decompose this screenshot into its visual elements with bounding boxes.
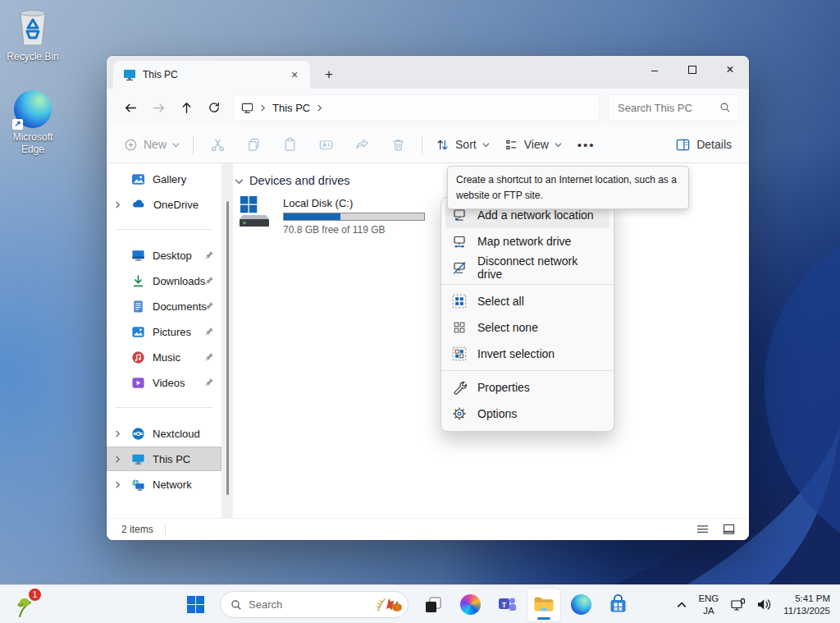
- copy-button[interactable]: [235, 131, 272, 158]
- sidebar-item-videos[interactable]: Videos: [107, 370, 221, 395]
- taskbar-tray-app[interactable]: 1: [11, 592, 38, 618]
- file-explorer-button[interactable]: [527, 589, 560, 621]
- back-button[interactable]: [116, 94, 144, 121]
- menu-item-select-none[interactable]: Select none: [445, 314, 609, 341]
- rename-icon: [318, 137, 334, 153]
- menu-item-invert-selection[interactable]: Invert selection: [445, 341, 609, 367]
- tab-this-pc[interactable]: This PC ×: [113, 61, 310, 89]
- teams-button[interactable]: T: [491, 589, 523, 621]
- new-tab-button[interactable]: +: [318, 64, 340, 85]
- large-icons-view-toggle[interactable]: [719, 521, 737, 538]
- menu-item-label: Properties: [477, 381, 530, 394]
- sidebar-item-nextcloud[interactable]: Nextcloud: [107, 421, 221, 446]
- menu-item-map-network-drive[interactable]: Map network drive: [445, 228, 609, 254]
- sidebar-item-desktop[interactable]: Desktop: [107, 243, 221, 268]
- details-button-label: Details: [696, 138, 732, 151]
- sidebar-item-onedrive[interactable]: OneDrive: [107, 192, 221, 217]
- maximize-button[interactable]: [673, 56, 711, 84]
- desktop-icon-label: Microsoft Edge: [0, 131, 66, 156]
- chevron-right-icon[interactable]: [114, 453, 121, 465]
- sidebar-item-pictures[interactable]: Pictures: [107, 319, 221, 344]
- chevron-right-icon[interactable]: [114, 199, 121, 211]
- chevron-down-icon: [172, 141, 180, 149]
- network-map-icon: [452, 234, 467, 249]
- sidebar-separator: [115, 229, 213, 230]
- breadcrumb[interactable]: This PC: [233, 94, 600, 121]
- view-button[interactable]: View: [497, 131, 569, 158]
- chevron-down-icon[interactable]: [235, 174, 244, 187]
- up-arrow-icon: [180, 101, 194, 115]
- teams-icon: T: [497, 594, 518, 615]
- notification-badge: 1: [29, 589, 41, 601]
- speaker-volume-icon: [756, 598, 772, 612]
- file-explorer-window: This PC × + – ×: [107, 56, 749, 540]
- chevron-up-icon: [677, 602, 687, 608]
- close-button[interactable]: ×: [711, 56, 749, 84]
- menu-separator: [441, 284, 614, 285]
- new-button[interactable]: New: [116, 131, 187, 158]
- copilot-button[interactable]: [454, 589, 486, 621]
- clock-time: 5:41 PM: [783, 593, 830, 605]
- cut-button[interactable]: [199, 131, 235, 158]
- breadcrumb-item-this-pc[interactable]: This PC: [272, 102, 310, 114]
- sidebar-separator: [115, 407, 213, 408]
- task-view-button[interactable]: [417, 589, 450, 621]
- forward-button[interactable]: [144, 94, 172, 121]
- sidebar-item-network[interactable]: Network: [107, 472, 221, 497]
- chevron-right-icon[interactable]: [114, 428, 121, 440]
- sort-button-label: Sort: [455, 138, 477, 151]
- drive-free-space: 70.8 GB free of 119 GB: [283, 224, 425, 236]
- sidebar-item-label: Nextcloud: [153, 428, 200, 440]
- rename-button[interactable]: [308, 131, 344, 158]
- taskbar-clock[interactable]: 5:41 PM 11/13/2025: [778, 591, 835, 619]
- sidebar-item-label: Music: [153, 351, 180, 364]
- chevron-right-icon[interactable]: [114, 479, 121, 491]
- up-button[interactable]: [172, 94, 200, 121]
- explorer-search[interactable]: [608, 94, 739, 121]
- desktop-icon-microsoft-edge[interactable]: ↗ Microsoft Edge: [0, 90, 66, 156]
- gear-icon: [452, 406, 467, 421]
- menu-item-properties[interactable]: Properties: [445, 374, 609, 401]
- explorer-search-input[interactable]: [618, 102, 719, 114]
- share-button[interactable]: [344, 131, 380, 158]
- delete-button[interactable]: [380, 131, 416, 158]
- menu-item-disconnect-network-drive[interactable]: Disconnect network drive: [445, 254, 609, 281]
- desktop-icon-recycle-bin[interactable]: Recycle Bin: [0, 7, 66, 63]
- sort-button[interactable]: Sort: [428, 131, 497, 158]
- menu-separator: [441, 370, 614, 371]
- network-tray-button[interactable]: [727, 590, 750, 620]
- details-button[interactable]: Details: [668, 131, 739, 158]
- see-more-button[interactable]: •••: [569, 138, 604, 152]
- sidebar-item-documents[interactable]: Documents: [107, 294, 221, 318]
- nextcloud-icon: [131, 427, 145, 441]
- store-button[interactable]: [601, 589, 634, 621]
- taskbar-search[interactable]: [220, 591, 409, 618]
- sidebar-scrollbar[interactable]: [221, 163, 233, 518]
- sidebar-item-music[interactable]: Music: [107, 345, 221, 369]
- language-primary: ENG: [698, 593, 719, 604]
- taskbar-search-input[interactable]: [249, 598, 368, 611]
- menu-item-label: Options: [477, 407, 517, 420]
- start-button[interactable]: [179, 589, 212, 621]
- edge-icon: ↗: [14, 90, 52, 128]
- scrollbar-thumb[interactable]: [226, 201, 229, 495]
- paste-button[interactable]: [272, 131, 308, 158]
- menu-item-options[interactable]: Options: [445, 401, 609, 427]
- tab-close-icon[interactable]: ×: [284, 64, 305, 85]
- minimize-button[interactable]: –: [636, 56, 673, 84]
- volume-tray-button[interactable]: [753, 590, 775, 620]
- edge-button[interactable]: [564, 589, 597, 621]
- sidebar-item-gallery[interactable]: Gallery: [107, 167, 221, 191]
- gallery-icon: [131, 172, 145, 186]
- language-indicator[interactable]: ENG JA: [693, 591, 724, 618]
- menu-item-select-all[interactable]: Select all: [445, 288, 609, 314]
- refresh-button[interactable]: [200, 94, 228, 121]
- status-separator: [165, 524, 166, 535]
- chevron-down-icon: [555, 141, 562, 149]
- sidebar-item-downloads[interactable]: Downloads: [107, 268, 221, 293]
- details-view-toggle[interactable]: [693, 521, 711, 538]
- tray-chevron-up[interactable]: [673, 590, 690, 620]
- music-icon: [131, 350, 145, 364]
- sidebar-item-this-pc[interactable]: This PC: [107, 447, 221, 471]
- search-icon: [719, 102, 731, 113]
